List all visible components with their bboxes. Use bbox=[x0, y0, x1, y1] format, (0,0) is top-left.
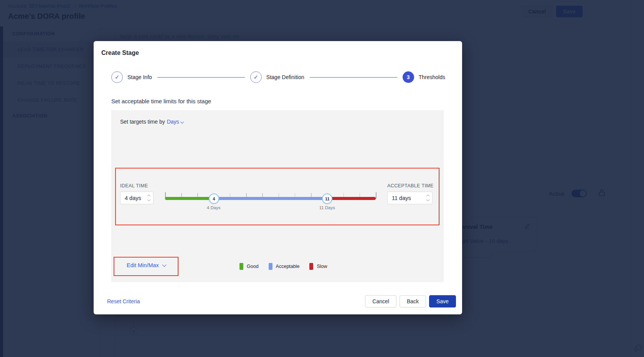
slider-segment-acceptable bbox=[214, 197, 327, 200]
slider-tick bbox=[376, 192, 376, 198]
acceptable-time-label: ACCEPTABLE TIME bbox=[387, 183, 434, 188]
chevron-down-icon bbox=[162, 263, 166, 267]
slider-segment-good bbox=[165, 197, 214, 200]
threshold-slider[interactable]: 4 11 4 Days 11 Days bbox=[165, 185, 376, 212]
good-swatch bbox=[239, 263, 243, 270]
set-targets-row: Set targets time by Days bbox=[120, 119, 183, 125]
step-label: Stage Info bbox=[127, 74, 152, 80]
slider-segment-slow bbox=[327, 197, 376, 200]
acceptable-swatch bbox=[269, 263, 272, 270]
modal-title: Create Stage bbox=[101, 50, 139, 56]
modal-footer: Reset Criteria Cancel Back Save bbox=[107, 295, 456, 307]
stepper-connector bbox=[310, 77, 397, 78]
handle-caption-low: 4 Days bbox=[207, 205, 221, 210]
step-check-icon: ✓ bbox=[250, 71, 262, 83]
slider-legend: Good Acceptable Slow bbox=[239, 263, 327, 270]
slider-handle-high[interactable]: 11 bbox=[322, 193, 332, 204]
screen: Account: SEI-Internal-Prod2 Workflow Pro… bbox=[0, 0, 644, 357]
slider-handle-low[interactable]: 4 bbox=[209, 193, 219, 204]
chevron-down-icon bbox=[180, 120, 184, 124]
targets-prefix: Set targets time by bbox=[120, 119, 165, 125]
cancel-button[interactable]: Cancel bbox=[365, 295, 396, 307]
step-label: Stage Definition bbox=[266, 74, 304, 80]
step-stage-info[interactable]: ✓ Stage Info bbox=[111, 71, 152, 83]
step-thresholds[interactable]: 3 Thresholds bbox=[403, 71, 445, 83]
thresholds-panel: Set targets time by Days IDEAL TIME 4 da… bbox=[111, 110, 444, 282]
step-number-badge: 3 bbox=[403, 71, 414, 83]
section-heading: Set acceptable time limits for this stag… bbox=[111, 98, 211, 104]
handle-caption-high: 11 Days bbox=[319, 205, 335, 210]
stepper-arrows-icon[interactable] bbox=[427, 195, 429, 201]
save-button[interactable]: Save bbox=[429, 295, 456, 307]
ideal-time-input[interactable]: 4 days bbox=[120, 192, 154, 204]
legend-acceptable: Acceptable bbox=[269, 263, 300, 270]
create-stage-modal: Create Stage ✓ Stage Info ✓ Stage Defini… bbox=[94, 41, 462, 314]
unit-dropdown[interactable]: Days bbox=[167, 119, 183, 125]
legend-good: Good bbox=[239, 263, 259, 270]
edit-minmax-button[interactable]: Edit Min/Max bbox=[127, 262, 166, 268]
legend-slow: Slow bbox=[309, 263, 327, 270]
step-stage-definition[interactable]: ✓ Stage Definition bbox=[250, 71, 304, 83]
ideal-time-label: IDEAL TIME bbox=[120, 183, 148, 188]
stepper-connector bbox=[157, 77, 245, 78]
stepper-arrows-icon[interactable] bbox=[148, 195, 150, 201]
back-button[interactable]: Back bbox=[400, 295, 426, 307]
step-label: Thresholds bbox=[419, 74, 445, 80]
reset-criteria-link[interactable]: Reset Criteria bbox=[107, 298, 140, 304]
acceptable-time-input[interactable]: 11 days bbox=[387, 192, 433, 204]
stepper: ✓ Stage Info ✓ Stage Definition 3 Thresh… bbox=[111, 70, 445, 84]
slow-swatch bbox=[309, 263, 313, 270]
step-check-icon: ✓ bbox=[111, 71, 123, 83]
